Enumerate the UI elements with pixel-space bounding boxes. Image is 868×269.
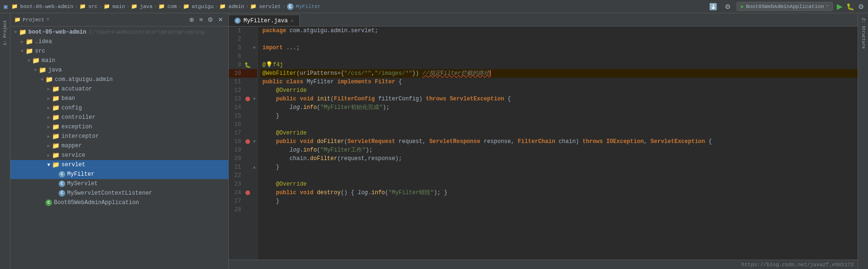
ln-19: 19	[229, 147, 244, 153]
tree-label-idea: .idea	[35, 38, 52, 45]
tree-label-package: com.atguigu.admin	[55, 76, 113, 83]
line-row-20: 20	[229, 154, 257, 163]
line-row-11: 11	[229, 78, 257, 86]
tree-item-main[interactable]: ▼ 📁 main	[10, 56, 228, 65]
tree-label-java: java	[48, 67, 62, 73]
breadcrumb-admin[interactable]: admin	[228, 4, 244, 9]
more-actions-button[interactable]: ⚙	[858, 3, 864, 10]
tree-arrow-interceptor: ▶	[45, 134, 52, 139]
tree-item-bean[interactable]: ▶ 📁 bean	[10, 94, 228, 103]
debug-button[interactable]: 🐛	[846, 3, 854, 10]
editor-tab-myfilter[interactable]: C MyFilter.java ✕	[229, 15, 300, 26]
status-bar: https://blog.csdn.net/javazf_#501172	[229, 260, 858, 269]
ln-22: 22	[229, 172, 244, 179]
tree-icon-package: 📁	[45, 76, 53, 83]
panel-close-button[interactable]: ✕	[217, 16, 225, 24]
right-panel-structure[interactable]: Z: Structure	[859, 15, 867, 52]
tree-arrow-root: ▼	[12, 30, 19, 35]
tree-item-idea[interactable]: ▶ 📁 .idea	[10, 37, 228, 46]
ln-8: 8	[229, 53, 244, 60]
fold-3[interactable]: ▼	[252, 45, 257, 51]
tree-item-src[interactable]: ▼ 📁 src	[10, 46, 228, 56]
tree-icon-main: 📁	[32, 57, 40, 64]
debug-icon-9: 🐛	[244, 62, 251, 68]
tree-icon-servlet: 📁	[52, 161, 60, 169]
servlet-icon: 📁	[250, 3, 257, 9]
tree-label-myswervlet: MySwervletContextListener	[67, 190, 152, 197]
tree-icon-java: 📁	[39, 66, 46, 74]
tree-arrow-src: ▼	[19, 49, 26, 54]
tree-item-myswervlet[interactable]: C MySwervletContextListener	[10, 188, 228, 198]
com-icon: 📁	[158, 3, 165, 9]
tree-item-package[interactable]: ▼ 📁 com.atguigu.admin	[10, 75, 228, 84]
java-icon: 📁	[131, 3, 138, 9]
run-config-icon: ▶	[741, 3, 744, 9]
tree-item-myfilter[interactable]: C MyFilter	[10, 170, 228, 179]
panel-title: 📁 Project ▼	[14, 17, 184, 23]
code-line-23: @Override	[260, 180, 858, 188]
breadcrumb: 📁 boot-05-web-admin › 📁 src › 📁 main › 📁…	[11, 3, 706, 10]
run-config-selector[interactable]: ▶ Boot05WebAdminApplication ▼	[737, 2, 833, 11]
line-row-28: 28	[229, 206, 257, 214]
tree-arrow-package: ▼	[39, 77, 45, 82]
tree-item-servlet[interactable]: ▼ 📁 servlet	[10, 160, 228, 170]
code-content-area[interactable]: package com.atguigu.admin.servlet; impor…	[258, 27, 858, 260]
fold-13[interactable]: ▼	[252, 97, 257, 102]
tree-item-acutuator[interactable]: ▶ 📁 acutuator	[10, 84, 228, 94]
top-bar: ▣ 📁 boot-05-web-admin › 📁 src › 📁 main ›…	[0, 0, 868, 13]
tree-item-root[interactable]: ▼ 📁 boot-05-web-admin C:\Users\Administr…	[10, 27, 228, 37]
panel-settings-button[interactable]: ⚙	[206, 16, 215, 24]
breadcrumb-com[interactable]: com	[167, 4, 177, 9]
panel-actions: ⊕ ≡ ⚙ ✕	[188, 16, 225, 24]
code-line-14: log.info("MyFilter初始化完成");	[260, 103, 858, 112]
breadcrumb-project[interactable]: boot-05-web-admin	[20, 4, 73, 9]
breakpoint-13[interactable]	[245, 97, 250, 101]
tab-class-icon: C	[234, 18, 241, 24]
tree-item-myservlet[interactable]: C MyServlet	[10, 179, 228, 188]
tree-item-bootapp[interactable]: C Boot05WebAdminApplication	[10, 198, 228, 207]
tree-icon-idea: 📁	[26, 38, 33, 45]
tree-item-service[interactable]: ▶ 📁 service	[10, 151, 228, 160]
code-line-24: public void destroy() { log.info("MyFilt…	[260, 188, 858, 197]
tree-icon-config: 📁	[52, 104, 60, 112]
breakpoint-18[interactable]	[245, 139, 250, 144]
sync-button[interactable]: ⚙	[723, 2, 733, 11]
tree-icon-mapper: 📁	[52, 142, 60, 150]
fold-21[interactable]: ▲	[252, 165, 257, 170]
tree-item-java[interactable]: ▼ 📁 java	[10, 65, 228, 75]
panel-locate-button[interactable]: ⊕	[188, 16, 196, 24]
breadcrumb-main[interactable]: main	[113, 4, 125, 9]
breadcrumb-class[interactable]: MyFilter	[296, 4, 321, 9]
code-editor-container: 1 2 3 ▼ 8	[229, 27, 858, 260]
breadcrumb-servlet[interactable]: servlet	[259, 4, 281, 9]
tree-label-exception: exception	[61, 124, 92, 130]
breakpoint-24[interactable]	[245, 190, 250, 195]
tab-close-button[interactable]: ✕	[291, 18, 294, 24]
status-url: https://blog.csdn.net/javazf_#501172	[741, 262, 854, 268]
update-button[interactable]: ⬇️	[707, 2, 719, 11]
tree-item-controller[interactable]: ▶ 📁 controller	[10, 113, 228, 122]
sidebar-tab-project[interactable]: 1: Project	[2, 16, 9, 49]
gutter-18	[244, 139, 252, 144]
code-line-17: @Override	[260, 129, 858, 137]
panel-collapse-button[interactable]: ≡	[198, 16, 204, 24]
ln-17: 17	[229, 130, 244, 136]
line-row-19: 19	[229, 146, 257, 154]
fold-18[interactable]: ▼	[252, 139, 257, 144]
tree-item-config[interactable]: ▶ 📁 config	[10, 103, 228, 113]
tree-label-controller: controller	[61, 114, 95, 121]
tree-label-config: config	[61, 105, 82, 111]
tree-label-myfilter: MyFilter	[67, 171, 95, 178]
tree-item-exception[interactable]: ▶ 📁 exception	[10, 122, 228, 132]
code-line-28	[260, 206, 858, 214]
tree-label-interceptor: interceptor	[61, 133, 99, 140]
app-icon: ▣	[4, 3, 8, 10]
breadcrumb-java[interactable]: java	[140, 4, 152, 9]
breadcrumb-atguigu[interactable]: atguigu	[192, 4, 214, 9]
tree-item-mapper[interactable]: ▶ 📁 mapper	[10, 141, 228, 151]
tree-item-interceptor[interactable]: ▶ 📁 interceptor	[10, 132, 228, 141]
tree-icon-exception: 📁	[52, 123, 60, 131]
breadcrumb-src[interactable]: src	[88, 4, 98, 9]
panel-dropdown-icon[interactable]: ▼	[46, 17, 49, 22]
run-button[interactable]: ▶	[837, 2, 842, 11]
